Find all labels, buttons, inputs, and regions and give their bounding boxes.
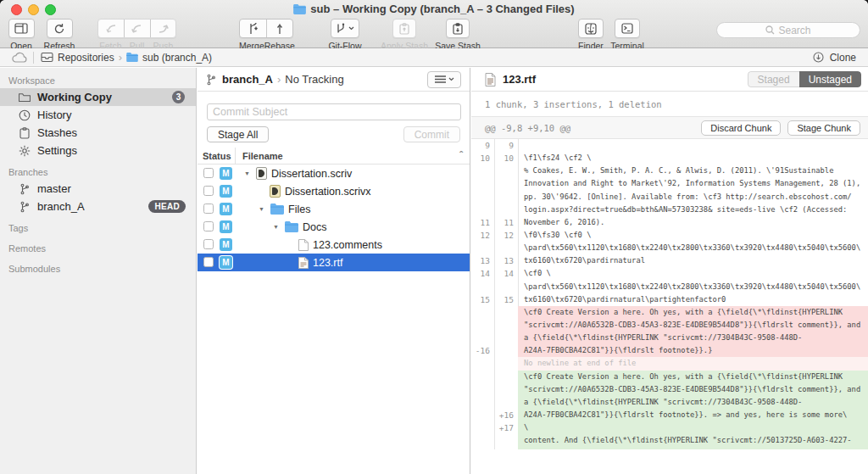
hunk-header-bar: @@ -9,8 +9,10 @@ Discard Chunk Stage Chu… [471,116,868,139]
file-row-123.comments[interactable]: M123.comments [198,236,470,254]
tracking-status: No Tracking [285,73,343,86]
merge-button[interactable] [240,20,266,37]
diff-deleted-line[interactable]: a {\field{\*\fldinst{HYPERLINK "scrivcmt… [471,332,868,344]
old-line-number [471,434,494,447]
unstaged-tab[interactable]: Unstaged [799,71,861,87]
terminal-icon [621,23,633,34]
diff-body[interactable]: 991010\f1\fs24 \cf2 \% Coakes, E. W., Sm… [471,139,868,449]
window-title: sub – Working Copy (branch_A – 3 Changed… [59,3,809,15]
stage-file-checkbox[interactable] [203,168,214,178]
diff-context-line[interactable]: \pard\tx560\tx1120\tx1680\tx2240\tx2800\… [471,281,868,293]
zoom-window-button[interactable] [45,4,56,15]
line-text: \cf0 \ [518,267,868,280]
staged-tab[interactable]: Staged [748,71,799,87]
file-list-view-menu-button[interactable] [427,71,461,88]
disclosure-triangle-icon[interactable]: ▼ [259,206,266,212]
diff-added-line[interactable]: +17\ [471,421,868,434]
discard-chunk-button[interactable]: Discard Chunk [701,120,781,136]
sidebar-item-label: History [37,109,71,121]
diff-added-line[interactable]: content. And {\field{\*\fldinst{HYPERLIN… [471,434,868,447]
file-row-docs[interactable]: M▼Docs [198,218,470,236]
disclosure-triangle-icon[interactable]: ▼ [244,170,252,176]
diff-context-line[interactable]: login.aspx?direct=true&db=bth&AN=5730323… [471,204,868,216]
breadcrumb-current-repo[interactable]: sub (branch_A) [126,52,212,64]
status-column-header[interactable]: Status [203,151,231,161]
search-input[interactable]: Search [716,22,860,38]
diff-context-line[interactable]: 1414\cf0 \ [471,267,868,280]
diff-deleted-line[interactable]: "scrivcmt://A0A6532B-CDB3-45A3-823E-E4DB… [471,319,868,332]
file-row-123.rtf[interactable]: M123.rtf [198,254,470,271]
commit-subject-input[interactable] [207,103,461,120]
breadcrumb-repositories[interactable]: Repositories [41,52,114,64]
line-text: \pard\tx560\tx1120\tx1680\tx2240\tx2800\… [518,242,868,254]
diff-context-line[interactable]: pp. 30\'9642. [Online]. Available from: … [471,191,868,204]
terminal-button[interactable]: Terminal [605,19,649,51]
diff-context-line[interactable]: Innovation and Right to Market\'92, Info… [471,177,868,190]
stage-all-button[interactable]: Stage All [207,126,269,142]
file-row-dissertation.scriv[interactable]: M▼Dissertation.scriv [198,165,470,182]
save-stash-button[interactable]: Save Stash [431,19,484,51]
diff-added-line[interactable]: "scrivcmt://A0A6532B-CDB3-45A3-823E-E4DB… [471,383,868,396]
line-text: Innovation and Right to Market\'92, Info… [518,177,868,190]
document-icon [298,239,309,251]
new-line-number: +18 [494,447,518,449]
diff-added-line[interactable]: a {\field{\*\fldinst{HYPERLINK "scrivcmt… [471,396,868,409]
sidebar-item-history[interactable]: History [0,106,196,124]
new-line-number [494,306,518,319]
gitflow-button[interactable]: Git-Flow [325,19,365,51]
diff-context-line[interactable]: 1010\f1\fs24 \cf2 \ [471,152,868,165]
sidebar-item-branch_a[interactable]: branch_AHEAD [0,198,196,215]
sidebar-section-label: Branches [0,165,196,180]
merge-rebase-group: Merge Rebase [239,19,293,51]
diff-context-line[interactable]: 99 [471,139,868,152]
document-icon [298,257,309,269]
push-button[interactable] [150,20,175,37]
file-row-dissertation.scrivx[interactable]: MDissertation.scrivx [198,182,470,200]
apply-stash-icon [399,23,409,35]
clone-cloud-download-icon [811,52,826,63]
stage-file-checkbox[interactable] [203,186,214,196]
minimize-window-button[interactable] [28,4,39,15]
diff-deleted-line[interactable]: -16A24A-7FB0CBA42C81"}}{\fldrslt footnot… [471,344,868,357]
fetch-button[interactable] [98,20,124,37]
stage-file-checkbox[interactable] [203,239,214,249]
folder-icon [18,92,31,103]
refresh-button[interactable]: Refresh [37,19,81,51]
close-window-button[interactable] [11,4,22,15]
stage-chunk-button[interactable]: Stage Chunk [787,120,860,136]
stage-file-checkbox[interactable] [203,221,214,231]
branch-icon [19,183,30,195]
pull-button[interactable] [124,20,149,37]
diff-context-line[interactable]: % Coakes, E. W., Smith, P. A. C., & Alwi… [471,165,868,177]
diff-context-line[interactable]: 1212\f0\fs30 \cf0 \ [471,229,868,242]
commit-button[interactable]: Commit [403,126,460,142]
clone-button[interactable]: Clone [811,52,856,64]
file-row-files[interactable]: M▼Files [198,200,470,218]
rebase-button[interactable] [266,20,292,37]
diff-context-line[interactable]: 1313tx6160\tx6720\pardirnatural [471,254,868,267]
diff-added-line[interactable]: \cf0 Create Version a here. Oh yes, with… [471,371,868,383]
diff-context-line[interactable]: 1111November 6, 2016). [471,216,868,229]
sidebar-item-master[interactable]: master [0,180,196,198]
filename-column-header[interactable]: Filename [242,151,283,161]
diff-deleted-line[interactable]: \cf0 Create Version a here. Oh yes, with… [471,306,868,319]
changed-files-list: M▼Dissertation.scrivMDissertation.scrivx… [198,165,470,271]
new-line-number: 13 [494,254,518,267]
diff-context-line[interactable]: 1515tx6160\tx6720\pardirnatural\partight… [471,293,868,306]
disclosure-triangle-icon[interactable]: ▼ [273,224,281,230]
diff-added-line[interactable]: +18B22F-400D95E4B8EE"}}{\fldrslt one mor… [471,447,868,449]
diff-added-line[interactable]: +16A24A-7FB0CBA42C81"}}{\fldrslt footnot… [471,409,868,421]
apply-stash-button[interactable]: Apply Stash [378,19,431,51]
sidebar-item-settings[interactable]: Settings [0,142,196,159]
new-line-number [494,434,518,447]
stage-file-checkbox[interactable] [203,257,214,267]
sort-ascending-icon[interactable]: ˆ [459,152,463,160]
diff-no-newline-row[interactable]: No newline at end of file [471,357,868,370]
stage-file-checkbox[interactable] [203,204,214,214]
file-table-header[interactable]: Status Filename ˆ [198,148,470,165]
sidebar-item-working-copy[interactable]: Working Copy3 [0,88,196,106]
sidebar-item-stashes[interactable]: Stashes [0,124,196,142]
open-button[interactable]: Open [2,19,41,51]
new-line-number [494,281,518,293]
diff-context-line[interactable]: \pard\tx560\tx1120\tx1680\tx2240\tx2800\… [471,242,868,254]
